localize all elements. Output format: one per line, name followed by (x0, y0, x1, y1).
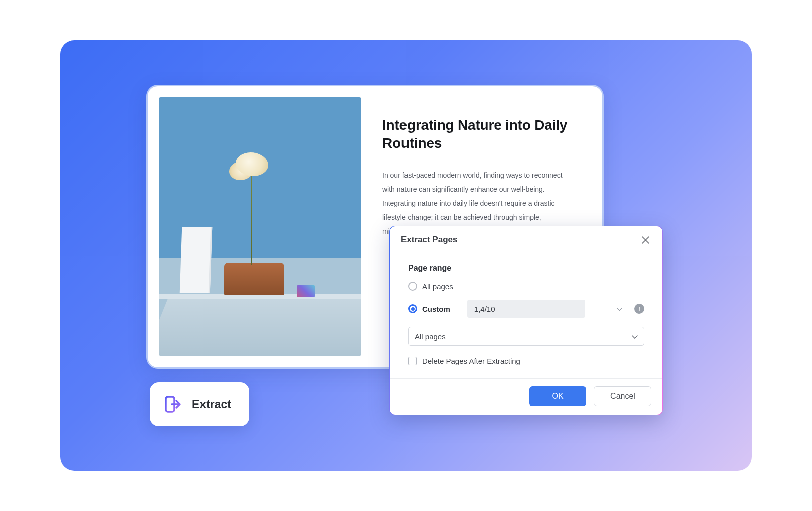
cancel-button-label: Cancel (610, 392, 635, 401)
dropdown-value: All pages (415, 332, 446, 341)
document-illustration (159, 97, 361, 356)
chevron-down-icon (617, 304, 622, 313)
radio-all-label: All pages (422, 282, 453, 291)
close-button[interactable] (639, 234, 651, 246)
chevron-down-icon (632, 332, 638, 341)
canvas-background: Integrating Nature into Daily Routines I… (60, 40, 752, 471)
dialog-body: Page range All pages Custom (390, 253, 662, 378)
ok-button-label: OK (552, 392, 563, 401)
extract-button[interactable]: Extract (150, 382, 249, 426)
dialog-title: Extract Pages (401, 235, 457, 245)
checkbox-label: Delete Pages After Extracting (422, 357, 520, 365)
extract-icon (163, 394, 183, 414)
ok-button[interactable]: OK (529, 386, 586, 406)
dialog-header: Extract Pages (390, 226, 662, 253)
radio-custom-label: Custom (422, 305, 450, 313)
cancel-button[interactable]: Cancel (594, 386, 651, 406)
radio-custom[interactable]: Custom (408, 304, 450, 313)
info-icon[interactable]: ! (634, 304, 644, 314)
radio-icon-selected (408, 304, 417, 313)
custom-range-input[interactable] (467, 300, 585, 318)
checkbox-icon (408, 357, 417, 365)
close-icon (642, 236, 649, 244)
extract-button-label: Extract (192, 398, 231, 411)
page-preset-dropdown[interactable]: All pages (408, 327, 644, 346)
document-title: Integrating Nature into Daily Routines (382, 116, 584, 152)
radio-all-pages[interactable]: All pages (408, 282, 644, 291)
dialog-footer: OK Cancel (390, 378, 662, 415)
radio-icon (408, 282, 417, 291)
extract-pages-dialog: Extract Pages Page range All pages Cus (389, 226, 663, 415)
delete-after-extract-checkbox[interactable]: Delete Pages After Extracting (408, 357, 644, 365)
page-range-label: Page range (408, 264, 644, 273)
